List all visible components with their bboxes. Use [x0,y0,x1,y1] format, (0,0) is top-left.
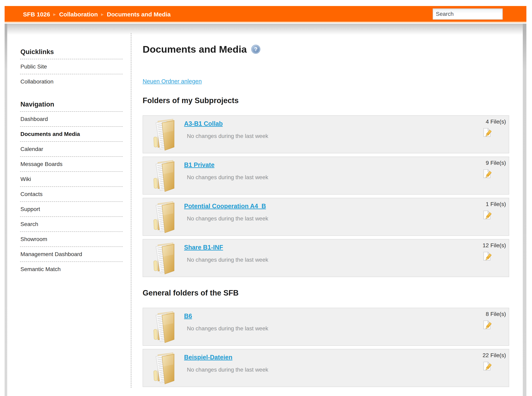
folder-link[interactable]: Potential Cooperation A4_B [184,203,266,210]
sidebar-item-public-site[interactable]: Public Site [20,59,123,74]
folder-file-count: 22 File(s) [483,352,506,359]
folder-row: B6 No changes during the last week 8 Fil… [143,308,509,346]
sidebar-item-search[interactable]: Search [20,216,123,231]
document-pen-icon[interactable] [482,169,491,179]
document-pen-icon[interactable] [482,251,491,261]
folder-status: No changes during the last week [187,133,268,139]
top-header-bar: SFB 1026 ▸ Collaboration ▸ Documents and… [5,6,526,23]
folder-status: No changes during the last week [187,215,268,222]
folder-icon [154,311,178,343]
folder-status: No changes during the last week [187,367,268,373]
sidebar-item-collaboration[interactable]: Collaboration [20,74,123,89]
help-icon[interactable]: ? [251,45,260,54]
folder-file-count: 9 File(s) [486,160,506,166]
breadcrumb-site[interactable]: SFB 1026 [23,11,50,18]
folder-file-count: 8 File(s) [486,311,506,317]
subproject-folder-list: A3-B1 Collab No changes during the last … [143,115,509,277]
sidebar-item-message-boards[interactable]: Message Boards [20,156,123,171]
folder-link[interactable]: Share B1-INF [184,244,223,251]
page-left-edge [5,24,7,396]
folder-icon [154,242,178,274]
sidebar-item-dashboard[interactable]: Dashboard [20,111,123,126]
folder-file-count: 1 File(s) [486,201,506,207]
create-folder-link[interactable]: Neuen Ordner anlegen [143,78,202,85]
navigation-title: Navigation [20,100,123,108]
folder-file-count: 12 File(s) [483,242,506,249]
folder-icon [154,201,178,233]
main-content: Documents and Media ? Neuen Ordner anleg… [143,24,509,390]
folder-link[interactable]: B1 Private [184,161,214,169]
folder-icon [154,352,178,384]
general-folder-list: B6 No changes during the last week 8 Fil… [143,308,509,387]
folder-link[interactable]: B6 [184,313,192,320]
folder-row: A3-B1 Collab No changes during the last … [143,115,509,153]
breadcrumb-arrow-icon: ▸ [53,11,56,17]
sidebar-item-management-dashboard[interactable]: Management Dashboard [20,246,123,262]
document-pen-icon[interactable] [482,361,491,371]
sidebar-item-calendar[interactable]: Calendar [20,141,123,156]
folder-status: No changes during the last week [187,325,268,332]
sidebar-content-divider [131,33,131,388]
sidebar-item-wiki[interactable]: Wiki [20,171,123,186]
breadcrumb-arrow-icon: ▸ [101,11,104,17]
folder-status: No changes during the last week [187,257,268,263]
navigation-section: Navigation Dashboard Documents and Media… [20,100,123,276]
folder-row: Share B1-INF No changes during the last … [143,239,509,277]
document-pen-icon[interactable] [482,210,491,220]
quicklinks-title: Quicklinks [20,48,123,56]
page-title: Documents and Media ? [143,44,509,55]
breadcrumb: SFB 1026 ▸ Collaboration ▸ Documents and… [23,6,171,23]
sidebar: Quicklinks Public Site Collaboration Nav… [20,48,123,276]
folder-row: B1 Private No changes during the last we… [143,157,509,195]
section-heading-general: General folders of the SFB [143,289,509,297]
folder-icon [154,118,178,151]
breadcrumb-current-page: Documents and Media [107,11,171,18]
section-heading-subprojects: Folders of my Subprojects [143,96,509,105]
sidebar-item-support[interactable]: Support [20,201,123,216]
folder-row: Potential Cooperation A4_B No changes du… [143,198,509,236]
document-pen-icon[interactable] [482,320,491,330]
page-right-edge [523,24,526,396]
page-title-text: Documents and Media [143,44,247,55]
sidebar-item-showroom[interactable]: Showroom [20,231,123,246]
sidebar-item-semantic-match[interactable]: Semantic Match [20,262,123,276]
search-input[interactable] [433,8,503,20]
breadcrumb-collaboration[interactable]: Collaboration [59,11,98,18]
quicklinks-section: Quicklinks Public Site Collaboration [20,48,123,89]
folder-file-count: 4 File(s) [486,118,506,125]
document-pen-icon[interactable] [482,128,491,137]
folder-status: No changes during the last week [187,174,268,181]
sidebar-item-documents-and-media[interactable]: Documents and Media [20,126,123,141]
folder-icon [154,160,178,192]
sidebar-item-contacts[interactable]: Contacts [20,186,123,201]
folder-row: Beispiel-Dateien No changes during the l… [143,349,509,387]
folder-link[interactable]: A3-B1 Collab [184,120,223,127]
folder-link[interactable]: Beispiel-Dateien [184,354,232,361]
